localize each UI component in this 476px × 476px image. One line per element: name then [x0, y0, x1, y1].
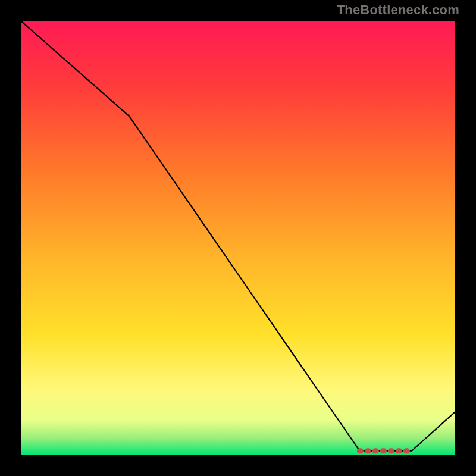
chart-svg — [21, 21, 455, 455]
chart-container: TheBottleneck.com — [0, 0, 476, 476]
watermark-attribution: TheBottleneck.com — [337, 2, 459, 18]
plot-area — [21, 21, 455, 455]
gradient-background — [21, 21, 455, 455]
